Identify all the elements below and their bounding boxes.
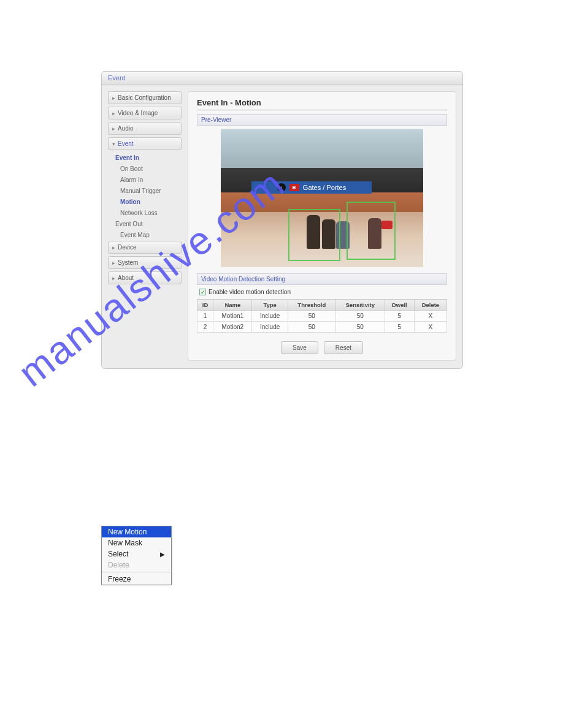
window-body: ▸Basic Configuration ▸Video & Image ▸Aud… — [102, 85, 462, 367]
nav-label: Basic Configuration — [118, 94, 171, 101]
nav-label: Audio — [118, 125, 134, 132]
expand-icon: ▸ — [112, 275, 115, 281]
col-name: Name — [213, 300, 252, 311]
nav-basic-configuration[interactable]: ▸Basic Configuration — [108, 91, 182, 104]
col-threshold: Threshold — [288, 300, 335, 311]
menu-label: Freeze — [108, 575, 131, 583]
table-row[interactable]: 2 Motion2 Include 50 50 5 X — [197, 322, 447, 333]
nav-label: System — [118, 259, 138, 266]
expand-icon: ▸ — [112, 245, 115, 251]
enable-motion-label: Enable video motion detection — [209, 289, 291, 295]
nav-label: Event Out — [115, 221, 142, 227]
nav-label: Alarm In — [120, 176, 143, 183]
menu-label: New Motion — [108, 528, 147, 536]
menu-label: Select — [108, 550, 128, 558]
menu-label: Delete — [108, 561, 129, 569]
col-dwell: Dwell — [385, 300, 414, 311]
cell-dwell: 5 — [385, 322, 414, 333]
sign-text: Gates / Portes — [303, 184, 346, 191]
nav-label: Device — [118, 244, 137, 251]
vmd-section-label: Video Motion Detection Setting — [197, 273, 447, 285]
sidebar: ▸Basic Configuration ▸Video & Image ▸Aud… — [108, 91, 182, 361]
nav-label: Event In — [115, 154, 139, 161]
save-button[interactable]: Save — [281, 341, 318, 354]
event-settings-window: Event ▸Basic Configuration ▸Video & Imag… — [101, 71, 463, 369]
cell-delete[interactable]: X — [414, 322, 446, 333]
nav-event[interactable]: ▾Event — [108, 137, 182, 150]
col-sensitivity: Sensitivity — [335, 300, 385, 311]
collapse-icon: ▾ — [112, 141, 115, 147]
nav-alarm-in[interactable]: Alarm In — [108, 175, 182, 185]
menu-separator — [102, 572, 171, 572]
menu-new-mask[interactable]: New Mask — [102, 537, 171, 548]
cell-threshold: 50 — [288, 311, 335, 322]
cell-name: Motion2 — [213, 322, 252, 333]
nav-label: About — [118, 275, 134, 281]
nav-system[interactable]: ▸System — [108, 256, 182, 269]
menu-delete: Delete — [102, 559, 171, 571]
cell-sensitivity: 50 — [335, 322, 385, 333]
cell-delete[interactable]: X — [414, 311, 446, 322]
nav-event-in[interactable]: Event In — [108, 153, 182, 163]
table-row[interactable]: 1 Motion1 Include 50 50 5 X — [197, 311, 447, 322]
nav-label: Motion — [120, 199, 140, 205]
checkbox-checked-icon[interactable]: ✓ — [199, 289, 206, 295]
video-preview[interactable]: ↑ ✱ Gates / Portes — [221, 129, 423, 267]
nav-label: Event Map — [120, 232, 150, 238]
nav-label: Video & Image — [118, 110, 158, 116]
cell-name: Motion1 — [213, 311, 252, 322]
menu-label: New Mask — [108, 539, 142, 547]
cell-type: Include — [252, 311, 288, 322]
menu-select[interactable]: Select▶ — [102, 548, 171, 559]
button-row: Save Reset — [197, 341, 447, 354]
expand-icon: ▸ — [112, 126, 115, 132]
context-menu: New Motion New Mask Select▶ Delete Freez… — [101, 526, 172, 585]
nav-label: Event — [118, 140, 134, 147]
nav-label: On Boot — [120, 165, 143, 172]
cell-id: 1 — [197, 311, 213, 322]
nav-video-image[interactable]: ▸Video & Image — [108, 107, 182, 119]
col-type: Type — [252, 300, 288, 311]
preview-section-label: Pre-Viewer — [197, 114, 447, 126]
nav-audio[interactable]: ▸Audio — [108, 122, 182, 135]
window-titlebar: Event — [102, 72, 462, 85]
arrow-up-icon: ↑ — [277, 183, 286, 192]
main-panel: Event In - Motion Pre-Viewer ↑ ✱ Gates /… — [188, 91, 456, 361]
nav-device[interactable]: ▸Device — [108, 241, 182, 254]
page-heading: Event In - Motion — [197, 98, 447, 110]
nav-event-map[interactable]: Event Map — [108, 230, 182, 240]
menu-new-motion[interactable]: New Motion — [102, 526, 171, 537]
cell-dwell: 5 — [385, 311, 414, 322]
cell-threshold: 50 — [288, 322, 335, 333]
nav-about[interactable]: ▸About — [108, 271, 182, 284]
nav-network-loss[interactable]: Network Loss — [108, 208, 182, 218]
expand-icon: ▸ — [112, 110, 115, 116]
col-id: ID — [197, 300, 213, 311]
motion-zone-2[interactable] — [347, 202, 396, 260]
preview-sign: ↑ ✱ Gates / Portes — [251, 181, 372, 194]
cell-id: 2 — [197, 322, 213, 333]
enable-motion-row[interactable]: ✓ Enable video motion detection — [199, 289, 445, 295]
nav-motion[interactable]: Motion — [108, 197, 182, 207]
nav-event-out[interactable]: Event Out — [108, 219, 182, 229]
nav-on-boot[interactable]: On Boot — [108, 164, 182, 174]
expand-icon: ▸ — [112, 95, 115, 101]
window-title: Event — [108, 74, 125, 82]
expand-icon: ▸ — [112, 260, 115, 266]
nav-manual-trigger[interactable]: Manual Trigger — [108, 186, 182, 196]
motion-table: ID Name Type Threshold Sensitivity Dwell… — [197, 299, 447, 333]
cell-sensitivity: 50 — [335, 311, 385, 322]
submenu-arrow-icon: ▶ — [160, 551, 165, 558]
reset-button[interactable]: Reset — [324, 341, 363, 354]
nav-label: Network Loss — [120, 210, 158, 216]
motion-zone-1[interactable] — [288, 209, 340, 261]
col-delete: Delete — [414, 300, 446, 311]
nav-label: Manual Trigger — [120, 188, 161, 194]
maple-leaf-icon: ✱ — [289, 184, 299, 191]
menu-freeze[interactable]: Freeze — [102, 574, 171, 585]
cell-type: Include — [252, 322, 288, 333]
